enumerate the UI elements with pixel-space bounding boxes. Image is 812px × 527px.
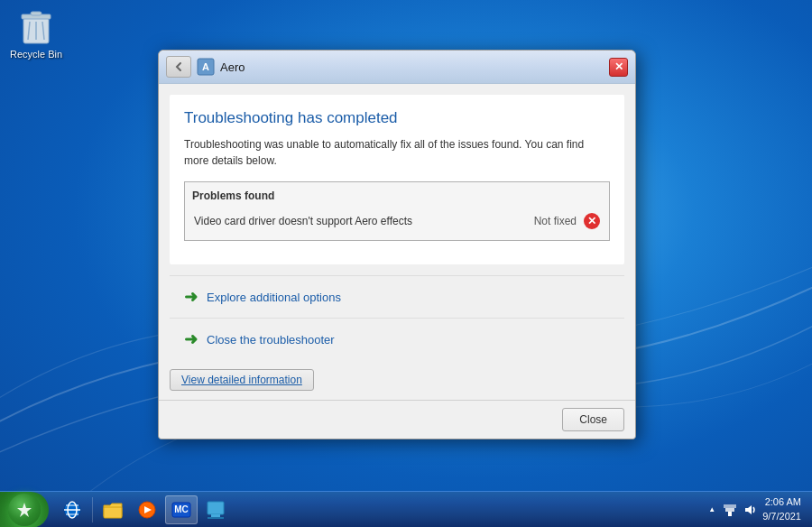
problem-row: Video card driver doesn't support Aero e… [192,209,602,233]
svg-rect-2 [31,12,42,15]
start-orb [8,494,41,526]
show-hidden-button[interactable]: ▲ [706,504,717,515]
problem-status: Not fixed [534,215,577,227]
network-tray-icon[interactable] [723,503,737,517]
dialog-options: ➜ Explore additional options ➜ Close the… [170,275,624,360]
problems-box: Problems found Video card driver doesn't… [184,181,610,241]
svg-rect-22 [725,508,734,512]
close-dialog-button[interactable]: Close [562,408,624,431]
taskbar-media-icon[interactable] [131,495,163,524]
problem-error-icon: ✕ [584,213,600,229]
dialog-title: Aero [220,60,609,74]
svg-rect-18 [208,502,224,514]
clock-date: 9/7/2021 [762,510,801,523]
dialog-subtext: Troubleshooting was unable to automatica… [184,136,610,169]
dialog-titlebar: A Aero ✕ [159,51,635,84]
svg-rect-23 [724,504,736,508]
detail-button-area: View detailed information [170,369,624,391]
taskbar-apps: MC [52,495,699,524]
close-arrow-icon: ➜ [184,329,198,349]
svg-rect-19 [211,514,220,517]
explore-options-label: Explore additional options [207,291,341,304]
recycle-bin-label: Recycle Bin [10,49,62,60]
view-detail-button[interactable]: View detailed information [170,369,314,391]
close-troubleshooter-item[interactable]: ➜ Close the troubleshooter [170,318,624,360]
taskbar-folder-icon[interactable] [97,495,129,524]
clock-time: 2:06 AM [762,495,801,509]
dialog-footer: Close [159,400,635,439]
taskbar-extra-icon[interactable] [199,495,232,524]
dialog-close-button[interactable]: ✕ [609,58,628,77]
system-clock[interactable]: 2:06 AM 9/7/2021 [762,495,805,523]
problem-text: Video card driver doesn't support Aero e… [194,215,534,227]
taskbar-divider [92,497,93,522]
dialog-back-button[interactable] [166,56,191,78]
recycle-bin-graphic [18,7,54,47]
svg-text:A: A [202,61,209,72]
dialog-heading: Troubleshooting has completed [184,109,610,127]
close-troubleshooter-label: Close the troubleshooter [207,333,335,347]
troubleshooter-dialog: A Aero ✕ Troubleshooting has completed T… [158,50,636,439]
taskbar-media-center-icon[interactable]: MC [165,495,198,524]
explore-arrow-icon: ➜ [184,287,198,307]
start-button[interactable] [0,492,49,528]
svg-rect-21 [728,512,732,516]
taskbar: MC ▲ [0,491,812,527]
dialog-content: Troubleshooting has completed Troublesho… [170,95,624,264]
volume-tray-icon[interactable] [743,503,757,517]
problems-header: Problems found [192,190,602,202]
desktop: Recycle Bin A Aero ✕ Troubleshooting has… [0,0,812,527]
system-tray: ▲ 2:06 AM 9/7/2021 [699,492,812,527]
taskbar-ie-icon[interactable] [56,495,88,524]
svg-text:MC: MC [174,504,189,514]
explore-options-item[interactable]: ➜ Explore additional options [170,275,624,318]
recycle-bin-icon[interactable]: Recycle Bin [7,7,65,60]
svg-rect-13 [104,507,122,518]
